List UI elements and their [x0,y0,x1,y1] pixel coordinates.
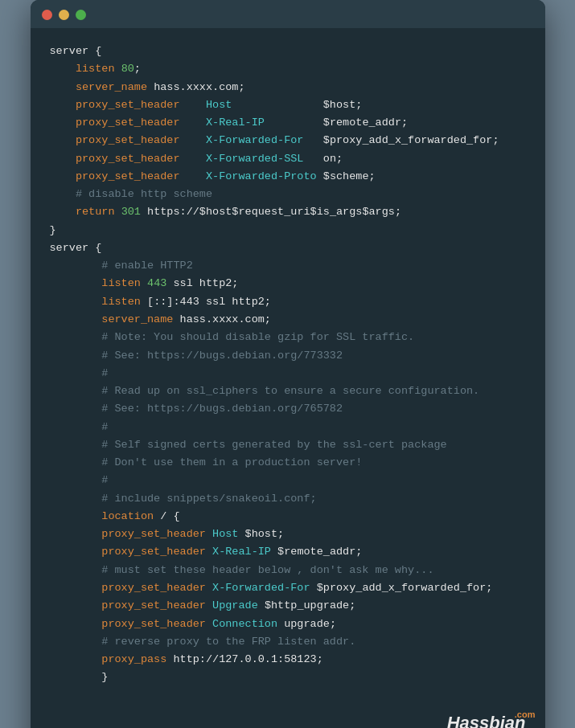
code-line-21: # Read up on ssl_ciphers to ensure a sec… [50,382,526,400]
code-line-9: # disable http scheme [50,186,526,203]
code-line-36: proxy_set_header Connection upgrade; [50,616,526,633]
code-line-7: proxy_set_header X-Forwarded-SSL on; [50,150,526,168]
code-line-4: proxy_set_header Host $host; [50,96,526,114]
code-line-30: location / { [50,508,526,526]
code-content: server { listen 80; server_name hass.xxx… [31,28,545,706]
close-button[interactable] [42,10,52,20]
code-line-39: proxy_pass http://127.0.0.1:58123; [50,651,526,669]
code-line-19: # See: https://bugs.debian.org/773332 [50,347,526,365]
code-line-15: listen [::]:443 ssl http2; [50,293,526,311]
code-line-22: # See: https://bugs.debian.org/765782 [50,400,526,418]
code-line-5: proxy_set_header X-Real-IP $remote_addr; [50,114,526,132]
code-line-35: proxy_set_header Upgrade $http_upgrade; [50,597,526,615]
code-line-16: server_name hass.xxxx.com; [50,311,526,329]
code-line-18: # Note: You should disable gzip for SSL … [50,329,526,346]
code-line-11: } [50,222,526,239]
watermark-brand: Hassbian [31,711,536,728]
code-line-10: return 301 https://$host$request_uri$is_… [50,203,526,221]
code-line-38: # reverse proxy to the FRP listen addr. [50,633,526,651]
code-line-33: # must set these header below , don't as… [50,562,526,579]
titlebar [31,0,545,28]
code-line-3: server_name hass.xxxx.com; [50,79,526,96]
code-line-1: server { [50,43,526,60]
code-line-40: } [50,669,526,686]
code-line-26: # [50,472,526,489]
code-line-6: proxy_set_header X-Forwarded-For $proxy_… [50,132,526,149]
terminal-window: server { listen 80; server_name hass.xxx… [31,0,545,728]
code-line-34: proxy_set_header X-Forwarded-For $proxy_… [50,579,526,597]
maximize-button[interactable] [76,10,86,20]
code-line-14: listen 443 ssl http2; [50,275,526,292]
code-line-31: proxy_set_header Host $host; [50,526,526,543]
code-line-20: # [50,365,526,382]
code-line-27: # include snippets/snakeoil.conf; [50,490,526,508]
code-line-24: # Self signed certs generated by the ssl… [50,436,526,454]
minimize-button[interactable] [59,10,69,20]
watermark-area: .com Hassbian 瀚思彼岸技术论坛 [31,706,545,728]
code-line-13: # enable HTTP2 [50,257,526,275]
watermark-com: .com [515,710,536,719]
code-line-2: listen 80; [50,60,526,78]
code-line-23: # [50,419,526,436]
code-line-12: server { [50,239,526,257]
code-line-8: proxy_set_header X-Forwarded-Proto $sche… [50,168,526,186]
code-line-25: # Don't use them in a production server! [50,454,526,472]
code-line-32: proxy_set_header X-Real-IP $remote_addr; [50,543,526,561]
